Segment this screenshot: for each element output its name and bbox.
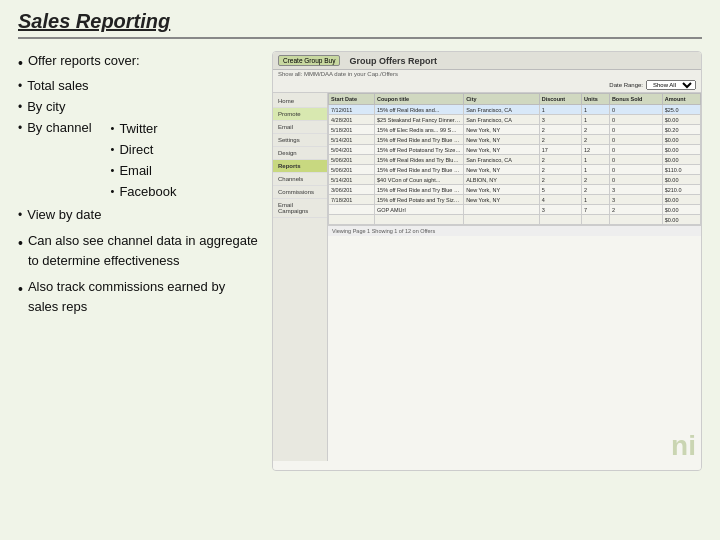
table-cell: 2 [539, 175, 581, 185]
table-cell: New York, NY [464, 145, 540, 155]
table-row[interactable]: GOP AMUrl372$0.00 [329, 205, 701, 215]
bullet-dot: • [18, 77, 22, 96]
table-cell: $0.00 [662, 145, 700, 155]
sidebar-item-email-campaigns[interactable]: Email Campaigns [273, 199, 327, 218]
bullet-text: View by date [27, 205, 101, 225]
table-cell: 5/14/201 [329, 175, 375, 185]
table-cell: $25 Steakand Fat Fancy Dinnerand... [375, 115, 464, 125]
bullet-dot: • [111, 120, 115, 137]
table-cell [582, 215, 610, 225]
large-text-decoration: ni [671, 430, 696, 462]
table-cell: 2 [539, 155, 581, 165]
sidebar-item-design[interactable]: Design [273, 147, 327, 160]
table-cell: San Francisco, CA [464, 155, 540, 165]
table-row[interactable]: 5/06/20115% off Real Rides and Try Blue … [329, 155, 701, 165]
bullet-text: Email [119, 161, 152, 181]
table-row[interactable]: 5/06/20115% off Red Ride and Try Blue 2 … [329, 165, 701, 175]
table-row[interactable]: $0.00 [329, 215, 701, 225]
list-item: • Email [111, 161, 177, 181]
sidebar-item-channels[interactable]: Channels [273, 173, 327, 186]
table-cell: 0 [609, 165, 662, 175]
table-cell: 3 [609, 185, 662, 195]
table-cell: 4/28/201 [329, 115, 375, 125]
table-cell: $0.00 [662, 195, 700, 205]
date-range-select[interactable]: Show All [646, 80, 696, 90]
table-cell: 1 [582, 165, 610, 175]
table-cell: 17 [539, 145, 581, 155]
sidebar-item-commissions[interactable]: Commissions [273, 186, 327, 199]
table-cell [539, 215, 581, 225]
sidebar-item-settings[interactable]: Settings [273, 134, 327, 147]
table-cell: 15% off Real Rides and Try Blue 2 Family… [375, 155, 464, 165]
table-row[interactable]: 4/28/201$25 Steakand Fat Fancy Dinnerand… [329, 115, 701, 125]
title-bar: Sales Reporting [18, 10, 702, 39]
table-cell: 5/04/201 [329, 145, 375, 155]
mock-sub-header: Show all: MMM/DAA date in your Cap./Offe… [273, 70, 701, 78]
table-cell: $25.0 [662, 105, 700, 115]
mock-footer: Viewing Page 1 Showing 1 of 12 on Offers [328, 225, 701, 236]
table-cell: $0.00 [662, 135, 700, 145]
mock-table-area: Start Date Coupon title City Discount Un… [328, 93, 701, 461]
table-cell: 0 [609, 145, 662, 155]
table-cell: San Francisco, CA [464, 105, 540, 115]
page-container: Sales Reporting • Offer reports cover: •… [0, 0, 720, 540]
bullet-dot: • [111, 141, 115, 158]
table-row[interactable]: 7/18/20115% off Red Potato and Try Size … [329, 195, 701, 205]
table-row[interactable]: 5/18/20115% off Elec Redis ans... 99 SMU… [329, 125, 701, 135]
table-cell: 2 [582, 175, 610, 185]
table-cell: 12 [582, 145, 610, 155]
table-cell [329, 205, 375, 215]
bullet-dot: • [111, 183, 115, 200]
col-header-city: City [464, 94, 540, 105]
table-cell: GOP AMUrl [375, 205, 464, 215]
col-header-coupon-title: Coupon title [375, 94, 464, 105]
mock-header: Create Group Buy Group Offers Report [273, 52, 701, 70]
table-cell: 1 [582, 195, 610, 205]
col-header-start-date: Start Date [329, 94, 375, 105]
table-row[interactable]: 7/12/01115% off Real Rides and...San Fra… [329, 105, 701, 115]
table-cell: 15% off Red Potatoand Try Size 2 Family.… [375, 145, 464, 155]
table-cell: 0 [609, 105, 662, 115]
col-header-bonus-sold: Bonus Sold [609, 94, 662, 105]
table-cell: 5 [539, 185, 581, 195]
table-cell: 1 [582, 115, 610, 125]
bullet-section: • Offer reports cover: • Total sales • B… [18, 51, 258, 471]
table-cell: New York, NY [464, 185, 540, 195]
table-row[interactable]: 5/14/201$40 VCon of Coun aight...ALBION,… [329, 175, 701, 185]
list-item: • Total sales [18, 76, 258, 96]
table-row[interactable]: 5/14/20115% off Red Ride and Try Blue 2 … [329, 135, 701, 145]
sidebar-item-promote[interactable]: Promote [273, 108, 327, 121]
list-item: • Can also see channel data in aggregate… [18, 231, 258, 271]
table-cell: 0 [609, 125, 662, 135]
list-item: • Facebook [111, 182, 177, 202]
table-cell: New York, NY [464, 135, 540, 145]
table-cell: 5/14/201 [329, 135, 375, 145]
sidebar-item-home[interactable]: Home [273, 95, 327, 108]
table-cell: 2 [582, 125, 610, 135]
table-row[interactable]: 5/04/20115% off Red Potatoand Try Size 2… [329, 145, 701, 155]
sidebar-item-email[interactable]: Email [273, 121, 327, 134]
mock-ui: Create Group Buy Group Offers Report Sho… [273, 52, 701, 470]
table-cell: New York, NY [464, 195, 540, 205]
table-cell: 7 [582, 205, 610, 215]
table-cell: 0 [609, 135, 662, 145]
date-range-bar: Date Range: Show All [273, 78, 701, 93]
table-cell: $0.20 [662, 125, 700, 135]
sidebar-item-reports[interactable]: Reports [273, 160, 327, 173]
bullet-text: By channel [27, 118, 91, 138]
bullet-text: Twitter [119, 119, 157, 139]
table-cell: 3 [539, 205, 581, 215]
table-cell: 15% off Red Ride and Try Blue 2 Family..… [375, 135, 464, 145]
list-item: • View by date [18, 205, 258, 225]
table-cell: 5/06/201 [329, 155, 375, 165]
bullet-text: By city [27, 97, 65, 117]
list-item: • Twitter [111, 119, 177, 139]
table-cell [464, 205, 540, 215]
table-cell [375, 215, 464, 225]
bullet-text: Direct [119, 140, 153, 160]
table-row[interactable]: 3/06/20115% off Red Ride and Try Blue 2 … [329, 185, 701, 195]
table-cell [609, 215, 662, 225]
col-header-discount: Discount [539, 94, 581, 105]
create-group-buy-button[interactable]: Create Group Buy [278, 55, 340, 66]
content-area: • Offer reports cover: • Total sales • B… [18, 51, 702, 471]
